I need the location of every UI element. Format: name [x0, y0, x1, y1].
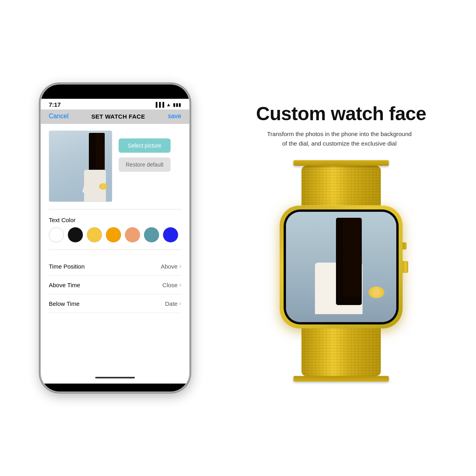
chevron-icon-2: ›	[179, 281, 181, 288]
watch-band-bottom	[301, 328, 381, 376]
restore-default-button[interactable]: Restore default	[119, 157, 171, 172]
settings-list: Time Position Above › Above Time Close ›	[49, 257, 181, 313]
watch-band-connector-top	[294, 160, 389, 166]
color-swatch-yellow[interactable]	[87, 227, 102, 242]
phone-screen: Select picture Restore default Text Colo…	[41, 124, 189, 372]
setting-value-time-position: Above ›	[161, 263, 181, 270]
watch-band-connector-bottom	[294, 376, 389, 382]
status-icons: ▐▐▐ ▲ ▮▮▮	[154, 102, 181, 107]
divider-1	[49, 209, 181, 209]
setting-label-time-position: Time Position	[49, 263, 84, 270]
select-picture-button[interactable]: Select picture	[119, 138, 171, 153]
cancel-button[interactable]: Cancel	[49, 113, 69, 120]
screen-content: Select picture Restore default Text Colo…	[41, 124, 189, 372]
home-indicator	[95, 377, 135, 378]
watch-screen-bezel	[284, 209, 399, 324]
text-color-label: Text Color	[49, 217, 181, 223]
watch-flowers	[369, 286, 384, 298]
status-bar: 7:17 ▐▐▐ ▲ ▮▮▮	[41, 99, 189, 109]
setting-row-time-position[interactable]: Time Position Above ›	[49, 257, 181, 276]
setting-row-above-time[interactable]: Above Time Close ›	[49, 276, 181, 294]
divider-2	[49, 250, 181, 250]
page-title: Custom watch face	[256, 103, 426, 125]
text-color-section: Text Color	[49, 217, 181, 242]
color-swatch-teal[interactable]	[144, 227, 159, 242]
color-swatches	[49, 227, 181, 242]
color-swatch-peach[interactable]	[125, 227, 140, 242]
setting-label-above-time: Above Time	[49, 282, 80, 288]
right-section: Custom watch face Transform the photos i…	[226, 95, 456, 382]
setting-value-above-time: Close ›	[162, 281, 181, 288]
notch	[91, 84, 139, 95]
subtitle-line1: Transform the photos in the phone into t…	[267, 131, 412, 137]
watch-body	[280, 205, 403, 328]
main-container: 7:17 ▐▐▐ ▲ ▮▮▮ Cancel SET WATCH FACE sav…	[20, 20, 456, 456]
setting-value-below-time: Date ›	[165, 300, 181, 307]
title-area: Custom watch face Transform the photos i…	[256, 103, 426, 148]
setting-row-below-time[interactable]: Below Time Date ›	[49, 294, 181, 313]
subtitle-line2: of the dial, and customize the exclusive…	[282, 140, 397, 147]
watch-mockup	[280, 160, 403, 382]
chevron-icon-1: ›	[179, 263, 181, 270]
phone-mockup: 7:17 ▐▐▐ ▲ ▮▮▮ Cancel SET WATCH FACE sav…	[40, 83, 190, 393]
phone-bottom	[41, 384, 189, 392]
time-position-value: Above	[161, 263, 178, 270]
above-time-value: Close	[162, 282, 177, 288]
status-time: 7:17	[49, 101, 61, 108]
color-swatch-white[interactable]	[49, 227, 64, 242]
watch-crown[interactable]	[403, 261, 408, 273]
nav-title: SET WATCH FACE	[91, 113, 145, 120]
chevron-icon-3: ›	[179, 300, 181, 307]
phone-home-bar	[41, 372, 189, 384]
watch-band-top	[301, 166, 381, 205]
color-swatch-black[interactable]	[68, 227, 83, 242]
watch-person-hair-2	[343, 218, 361, 297]
watch-side-button[interactable]	[403, 242, 407, 250]
below-time-value: Date	[165, 300, 178, 307]
nav-bar: Cancel SET WATCH FACE save	[41, 109, 189, 124]
wifi-icon: ▲	[166, 102, 171, 107]
color-swatch-blue[interactable]	[163, 227, 178, 242]
page-subtitle: Transform the photos in the phone into t…	[256, 129, 423, 148]
signal-icon: ▐▐▐	[154, 102, 165, 107]
notch-area	[41, 84, 189, 99]
setting-label-below-time: Below Time	[49, 300, 80, 307]
save-button[interactable]: save	[168, 113, 181, 120]
watch-screen	[286, 212, 396, 322]
watch-face-preview	[49, 131, 112, 202]
phone-wrapper: 7:17 ▐▐▐ ▲ ▮▮▮ Cancel SET WATCH FACE sav…	[20, 83, 210, 393]
button-column: Select picture Restore default	[119, 131, 171, 172]
color-swatch-orange[interactable]	[106, 227, 121, 242]
battery-icon: ▮▮▮	[173, 102, 181, 107]
image-row: Select picture Restore default	[49, 131, 181, 202]
